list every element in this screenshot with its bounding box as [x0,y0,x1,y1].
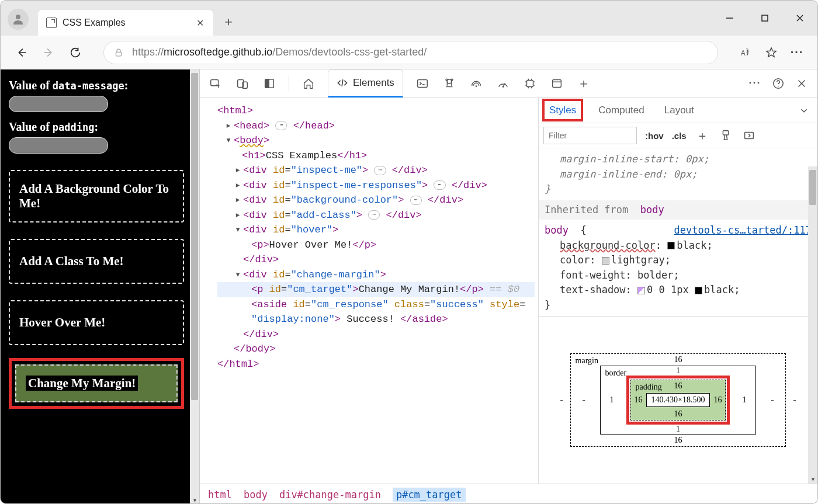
back-button[interactable] [11,42,32,63]
network-tab-button[interactable] [469,76,484,91]
favorite-button[interactable] [761,43,781,62]
cls-toggle[interactable]: .cls [672,131,687,141]
sources-tab-button[interactable] [442,76,457,91]
label-padding: Value of padding: [9,120,184,134]
tab-styles[interactable]: Styles [545,99,581,122]
more-tabs-button[interactable]: ＋ [576,76,591,91]
inspect-element-button[interactable] [208,76,223,91]
svg-rect-35 [553,79,561,87]
hov-toggle[interactable]: :hov [645,131,664,141]
svg-point-25 [502,86,504,88]
box-model-content: 140.430×18.500 [646,393,710,407]
code-icon [337,77,348,89]
svg-rect-42 [744,133,753,139]
demo-page: Value of data-message: Value of padding:… [1,69,199,504]
performance-tab-button[interactable] [495,76,511,91]
card-hover[interactable]: Hover Over Me! [9,300,184,345]
card-add-class[interactable]: Add A Class To Me! [9,239,184,284]
close-window-button[interactable] [786,6,814,30]
scroll-down-icon[interactable]: ▾ [808,474,817,484]
new-tab-button[interactable]: ＋ [217,10,240,33]
styles-panel: Styles Computed Layout :hov .cls ＋ [538,98,817,484]
menu-button[interactable]: ··· [787,43,807,62]
card-background-color[interactable]: Add A Background Color To Me! [9,170,184,223]
svg-rect-26 [526,80,533,86]
devtools-close-button[interactable] [794,76,809,91]
tab-computed[interactable]: Computed [596,99,646,122]
breadcrumb: html body div#change-margin p#cm_target [200,484,817,504]
breadcrumb-p[interactable]: p#cm_target [393,488,466,502]
url-scheme: https:// [132,46,164,58]
padding-input[interactable] [9,137,108,154]
styles-tabs: Styles Computed Layout [539,98,817,123]
url-path: /Demos/devtools-css-get-started/ [272,46,427,58]
breadcrumb-div[interactable]: div#change-margin [279,489,381,500]
devtools-body: <html> ▸<head> ⋯ </head> ▾<body> <h1>CSS… [200,98,817,484]
tab-title: CSS Examples [63,18,189,28]
breadcrumb-html[interactable]: html [208,489,232,500]
console-tab-button[interactable] [415,76,430,91]
svg-point-23 [476,85,477,87]
scroll-down-icon[interactable]: ▾ [190,495,199,504]
svg-point-0 [16,15,20,19]
svg-point-38 [778,85,778,86]
address-bar: https://microsoftedge.github.io/Demos/de… [1,36,817,69]
dom-tree[interactable]: <html> ▸<head> ⋯ </head> ▾<body> <h1>CSS… [200,98,538,484]
welcome-tab-button[interactable] [301,76,316,91]
new-style-rule-button[interactable]: ＋ [695,128,710,143]
source-link[interactable]: devtools-cs…tarted/:117 [674,223,812,238]
window-controls [716,6,814,30]
titlebar: CSS Examples ✕ ＋ [1,1,817,36]
highlight-box: Change My Margin! [9,358,184,409]
devtools-help-button[interactable] [771,76,786,91]
profile-button[interactable] [8,9,29,30]
devtools-panel: Elements ＋ ··· <html> ▸< [199,69,817,504]
close-tab-button[interactable]: ✕ [195,18,205,28]
content-area: Value of data-message: Value of padding:… [1,69,817,504]
box-model[interactable]: margin 16 16 - - - - border 1 1 1 [539,317,817,484]
maximize-button[interactable] [751,6,779,30]
browser-tab[interactable]: CSS Examples ✕ [38,10,213,36]
more-tabs-chevron-icon[interactable] [796,103,812,118]
svg-marker-10 [767,47,777,57]
devtools-toolbar: Elements ＋ ··· [200,69,817,98]
device-toolbar-button[interactable] [235,76,250,91]
svg-point-21 [446,79,448,81]
elements-tab[interactable]: Elements [328,69,403,98]
page-icon [46,18,57,28]
scroll-thumb[interactable] [191,73,198,400]
svg-text:A: A [741,48,746,57]
svg-point-22 [451,79,453,81]
url-domain: microsoftedge.github.io [164,46,272,58]
person-icon [11,12,25,26]
minimize-button[interactable] [716,6,744,30]
svg-line-16 [342,79,343,86]
card-change-margin[interactable]: Change My Margin! [15,364,178,402]
lock-icon [113,47,124,58]
svg-text:)): )) [746,48,748,53]
scroll-thumb[interactable] [809,170,816,205]
paintbrush-icon[interactable] [718,128,733,143]
svg-rect-2 [762,15,768,21]
memory-tab-button[interactable] [522,76,538,91]
read-aloud-button[interactable]: A)) [736,43,755,62]
svg-rect-7 [116,52,122,56]
styles-toolbar: :hov .cls ＋ [539,123,817,148]
application-tab-button[interactable] [549,76,564,91]
tab-layout[interactable]: Layout [662,99,696,122]
filter-input[interactable] [543,127,637,144]
browser-window: CSS Examples ✕ ＋ https://microsoftedge.g… [0,0,818,504]
styles-scrollbar[interactable]: ▴ ▾ [808,166,817,484]
reload-button[interactable] [65,42,86,63]
breadcrumb-body[interactable]: body [244,489,268,500]
css-rules[interactable]: margin-inline-start: 0px; margin-inline-… [539,148,817,317]
toggle-sidebar-icon[interactable] [741,128,757,143]
data-message-input[interactable] [9,96,108,112]
forward-button[interactable] [38,42,59,63]
label-data-message: Value of data-message: [9,79,184,92]
url-input[interactable]: https://microsoftedge.github.io/Demos/de… [103,41,718,64]
svg-rect-15 [265,79,269,88]
rendering-button[interactable] [262,76,277,91]
devtools-more-button[interactable]: ··· [747,76,762,91]
demo-scrollbar[interactable]: ▴ ▾ [190,69,199,504]
